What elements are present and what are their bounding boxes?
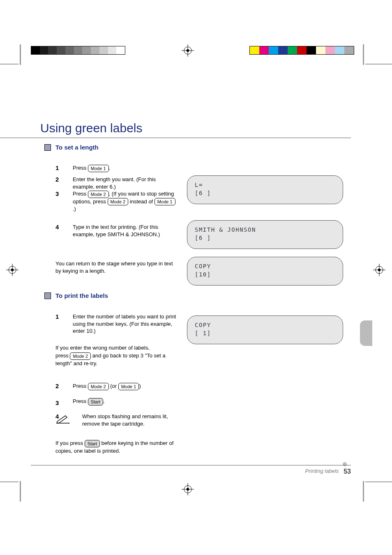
lcd-line: [6 ] <box>195 189 335 197</box>
page-footer: 53 Printing labels <box>31 465 351 475</box>
lcd-line: COPY <box>195 262 335 270</box>
crop-mark <box>365 64 392 64</box>
crop-mark <box>20 481 21 502</box>
lcd-line: SMITH & JOHNSON <box>195 226 335 234</box>
lcd-display: COPY [10] <box>187 257 343 286</box>
mode1-key: Mode 1 <box>118 383 139 390</box>
step-text: Enter the length you want. (For this exa… <box>73 176 178 190</box>
step-number: 2 <box>55 382 59 389</box>
step-text: Press Mode 2 (or Mode 1) <box>73 382 178 390</box>
color-calibration-strip <box>249 46 354 55</box>
crop-mark <box>365 481 392 482</box>
write-icon <box>55 414 70 424</box>
page-number: 53 <box>344 468 351 475</box>
registration-mark-top <box>182 44 194 57</box>
mode2-key: Mode 2 <box>108 198 129 205</box>
step-number: 2 <box>55 176 59 183</box>
crop-mark <box>363 44 364 65</box>
lcd-line: [ 1] <box>195 329 335 337</box>
lcd-line: [10] <box>195 270 335 279</box>
mode2-key: Mode 2 <box>88 383 109 390</box>
svg-point-17 <box>69 423 69 424</box>
step-text: Type in the text for printing. (For this… <box>73 223 178 238</box>
registration-mark-bottom <box>182 483 194 495</box>
step-text: When stops flashing and remains lit, rem… <box>82 413 178 427</box>
mode2-key: Mode 2 <box>88 191 109 198</box>
lcd-line: L= <box>195 181 335 189</box>
step-number: 4 <box>55 223 59 230</box>
crop-mark <box>0 481 18 482</box>
lcd-display: L= [6 ] <box>187 175 343 204</box>
note-text: press Mode 2 and go back to step 3 "To s… <box>55 352 178 367</box>
lcd-line: COPY <box>195 321 335 329</box>
start-key: Start <box>85 440 100 447</box>
grayscale-calibration-strip <box>31 46 125 55</box>
section-heading: To set a length <box>55 144 99 152</box>
thumb-tab <box>360 320 372 346</box>
step-number: 3 <box>55 399 59 406</box>
footer-section-label: Printing labels <box>305 468 339 474</box>
step-text: Press Mode 1. <box>73 164 178 172</box>
step-number: 3 <box>55 190 59 197</box>
registration-mark-left <box>6 264 18 276</box>
step-text: Press Start. <box>73 398 178 405</box>
svg-point-3 <box>187 49 189 52</box>
start-key: Start <box>88 398 103 405</box>
step-number: 1 <box>55 164 59 171</box>
svg-point-7 <box>11 269 14 271</box>
mode1-key: Mode 1 <box>154 198 175 205</box>
note-text: If you press Start before keying in the … <box>55 440 178 454</box>
crop-mark <box>20 44 21 65</box>
registration-mark-right <box>373 264 385 276</box>
step-text: Enter the number of labels you want to p… <box>73 313 178 335</box>
lcd-display: COPY [ 1] <box>187 315 343 344</box>
lcd-display: SMITH & JOHNSON [6 ] <box>187 220 343 249</box>
crop-mark <box>363 481 364 502</box>
section-bullet-icon <box>44 144 51 151</box>
section-bullet-icon <box>44 292 51 299</box>
chapter-title: Using green labels <box>40 121 142 135</box>
note-text: If you enter the wrong number of labels, <box>55 344 178 352</box>
lcd-line: [6 ] <box>195 234 335 242</box>
section-heading: To print the labels <box>55 292 108 300</box>
mode1-key: Mode 1 <box>88 165 109 172</box>
mode2-key: Mode 2 <box>70 352 91 360</box>
step-text: Press Mode 2. (If you want to stop setti… <box>73 190 178 213</box>
note-text: You can return to the stage where you ty… <box>55 260 178 274</box>
chapter-rule <box>0 138 351 138</box>
step-number: 1 <box>55 313 59 320</box>
svg-point-11 <box>378 269 380 271</box>
crop-mark <box>0 64 18 64</box>
svg-point-15 <box>187 488 189 491</box>
